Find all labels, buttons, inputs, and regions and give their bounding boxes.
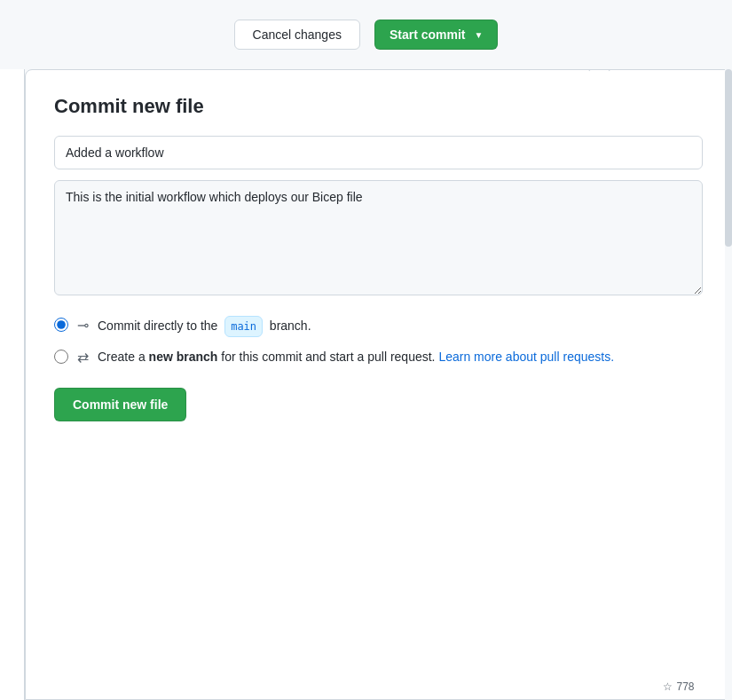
modal-title: Commit new file	[54, 95, 703, 118]
start-commit-button[interactable]: Start commit ▼	[374, 20, 498, 50]
branch-name-badge: main	[224, 316, 263, 337]
branch-direct-radio[interactable]	[54, 318, 68, 332]
scrollbar-thumb[interactable]	[725, 69, 732, 247]
commit-description-textarea[interactable]: This is the initial workflow which deplo…	[54, 180, 703, 295]
scrollbar[interactable]	[725, 69, 732, 700]
toolbar: Cancel changes Start commit ▼	[0, 0, 732, 69]
commit-new-file-button[interactable]: Commit new file	[54, 388, 186, 421]
branch-new-text: Create a new branch for this commit and …	[98, 348, 614, 366]
star-count: 778	[676, 680, 694, 693]
sidebar-stub	[0, 0, 25, 700]
branch-option-new[interactable]: ⇄ Create a new branch for this commit an…	[54, 348, 703, 366]
branch-options: ⊸ Commit directly to the main branch. ⇄ …	[54, 316, 703, 366]
branch-direct-text: Commit directly to the main branch.	[98, 316, 311, 337]
dropdown-arrow-icon: ▼	[475, 30, 484, 40]
branch-icon: ⊸	[77, 317, 89, 334]
pull-request-icon: ⇄	[77, 349, 89, 366]
commit-modal-panel: Commit new file This is the initial work…	[25, 69, 732, 700]
branch-new-radio[interactable]	[54, 350, 68, 364]
learn-more-link[interactable]: Learn more about pull requests.	[438, 350, 614, 364]
bottom-bar: ☆ 778	[626, 673, 732, 700]
cancel-changes-button[interactable]: Cancel changes	[234, 20, 360, 50]
start-commit-label: Start commit	[390, 28, 466, 42]
commit-message-input[interactable]	[54, 136, 703, 169]
star-icon: ☆	[663, 680, 673, 693]
branch-option-direct[interactable]: ⊸ Commit directly to the main branch.	[54, 316, 703, 337]
